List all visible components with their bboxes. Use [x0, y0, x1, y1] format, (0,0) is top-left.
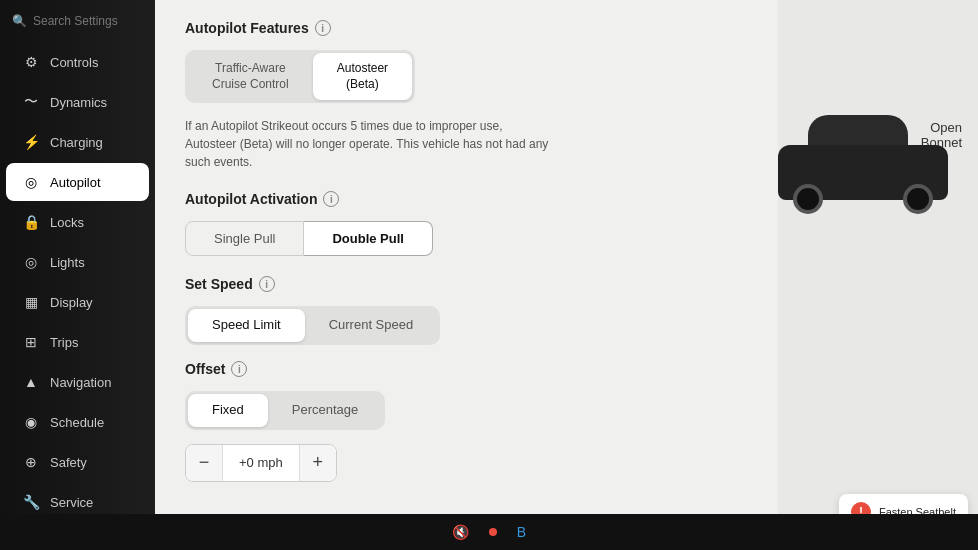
main-content: Autopilot Features i Traffic-AwareCruise…: [155, 0, 778, 550]
set-speed-info-icon[interactable]: i: [259, 276, 275, 292]
traffic-aware-cruise-btn[interactable]: Traffic-AwareCruise Control: [188, 53, 313, 100]
autopilot-features-toggle-group: Traffic-AwareCruise Control Autosteer(Be…: [185, 50, 415, 103]
controls-icon: ⚙: [22, 53, 40, 71]
locks-icon: 🔒: [22, 213, 40, 231]
lights-icon: ◎: [22, 253, 40, 271]
search-bar[interactable]: 🔍 Search Settings: [0, 8, 155, 34]
car-wheel-left: [793, 184, 823, 214]
single-pull-btn[interactable]: Single Pull: [185, 221, 304, 256]
offset-info-icon[interactable]: i: [231, 361, 247, 377]
sidebar-item-navigation[interactable]: ▲ Navigation: [6, 363, 149, 401]
right-panel: Open Bonnet ! Fasten Seatbelt: [778, 0, 978, 550]
double-pull-btn[interactable]: Double Pull: [304, 221, 433, 256]
car-wheel-right: [903, 184, 933, 214]
search-icon: 🔍: [12, 14, 27, 28]
fixed-btn[interactable]: Fixed: [188, 394, 268, 427]
sidebar-item-label: Autopilot: [50, 175, 101, 190]
car-body: [778, 145, 948, 200]
sidebar-item-charging[interactable]: ⚡ Charging: [6, 123, 149, 161]
car-shape: [778, 100, 958, 200]
offset-section: Offset i Fixed Percentage − +0 mph +: [185, 361, 748, 482]
autopilot-activation-section: Autopilot Activation i Single Pull Doubl…: [185, 191, 748, 256]
sidebar-item-label: Navigation: [50, 375, 111, 390]
autopilot-features-info-icon[interactable]: i: [315, 20, 331, 36]
sidebar-item-trips[interactable]: ⊞ Trips: [6, 323, 149, 361]
search-label: Search Settings: [33, 14, 118, 28]
sidebar-item-safety[interactable]: ⊕ Safety: [6, 443, 149, 481]
mute-icon[interactable]: 🔇: [452, 524, 469, 540]
autopilot-features-section: Autopilot Features i Traffic-AwareCruise…: [185, 20, 748, 171]
speed-limit-btn[interactable]: Speed Limit: [188, 309, 305, 342]
sidebar-item-label: Trips: [50, 335, 78, 350]
autopilot-features-title: Autopilot Features i: [185, 20, 748, 36]
offset-title: Offset i: [185, 361, 748, 377]
sidebar-item-schedule[interactable]: ◉ Schedule: [6, 403, 149, 441]
display-icon: ▦: [22, 293, 40, 311]
sidebar-item-label: Lights: [50, 255, 85, 270]
media-dot[interactable]: [489, 528, 497, 536]
trips-icon: ⊞: [22, 333, 40, 351]
schedule-icon: ◉: [22, 413, 40, 431]
offset-stepper: − +0 mph +: [185, 444, 337, 482]
autopilot-description: If an Autopilot Strikeout occurs 5 times…: [185, 117, 555, 171]
sidebar-item-label: Schedule: [50, 415, 104, 430]
percentage-btn[interactable]: Percentage: [268, 394, 383, 427]
car-image: [778, 100, 978, 380]
safety-icon: ⊕: [22, 453, 40, 471]
navigation-icon: ▲: [22, 373, 40, 391]
sidebar-item-label: Controls: [50, 55, 98, 70]
autopilot-icon: ◎: [22, 173, 40, 191]
sidebar-item-label: Charging: [50, 135, 103, 150]
service-icon: 🔧: [22, 493, 40, 511]
offset-value: +0 mph: [222, 445, 300, 481]
offset-minus-btn[interactable]: −: [186, 445, 222, 481]
set-speed-toggle-group: Speed Limit Current Speed: [185, 306, 440, 345]
sidebar-item-display[interactable]: ▦ Display: [6, 283, 149, 321]
autosteer-btn[interactable]: Autosteer(Beta): [313, 53, 412, 100]
sidebar: 🔍 Search Settings ⚙ Controls 〜 Dynamics …: [0, 0, 155, 550]
sidebar-item-label: Locks: [50, 215, 84, 230]
sidebar-item-locks[interactable]: 🔒 Locks: [6, 203, 149, 241]
current-speed-btn[interactable]: Current Speed: [305, 309, 438, 342]
set-speed-title: Set Speed i: [185, 276, 748, 292]
sidebar-item-label: Dynamics: [50, 95, 107, 110]
sidebar-item-dynamics[interactable]: 〜 Dynamics: [6, 83, 149, 121]
sidebar-item-lights[interactable]: ◎ Lights: [6, 243, 149, 281]
bluetooth-icon[interactable]: B: [517, 524, 526, 540]
autopilot-activation-title: Autopilot Activation i: [185, 191, 748, 207]
dynamics-icon: 〜: [22, 93, 40, 111]
offset-plus-btn[interactable]: +: [300, 445, 336, 481]
sidebar-item-label: Safety: [50, 455, 87, 470]
activation-info-icon[interactable]: i: [323, 191, 339, 207]
set-speed-section: Set Speed i Speed Limit Current Speed: [185, 276, 748, 345]
offset-toggle-group: Fixed Percentage: [185, 391, 385, 430]
sidebar-item-label: Display: [50, 295, 93, 310]
taskbar: 🔇 B: [0, 514, 978, 550]
sidebar-item-controls[interactable]: ⚙ Controls: [6, 43, 149, 81]
sidebar-item-autopilot[interactable]: ◎ Autopilot: [6, 163, 149, 201]
activation-toggle-group: Single Pull Double Pull: [185, 221, 433, 256]
sidebar-item-label: Service: [50, 495, 93, 510]
charging-icon: ⚡: [22, 133, 40, 151]
